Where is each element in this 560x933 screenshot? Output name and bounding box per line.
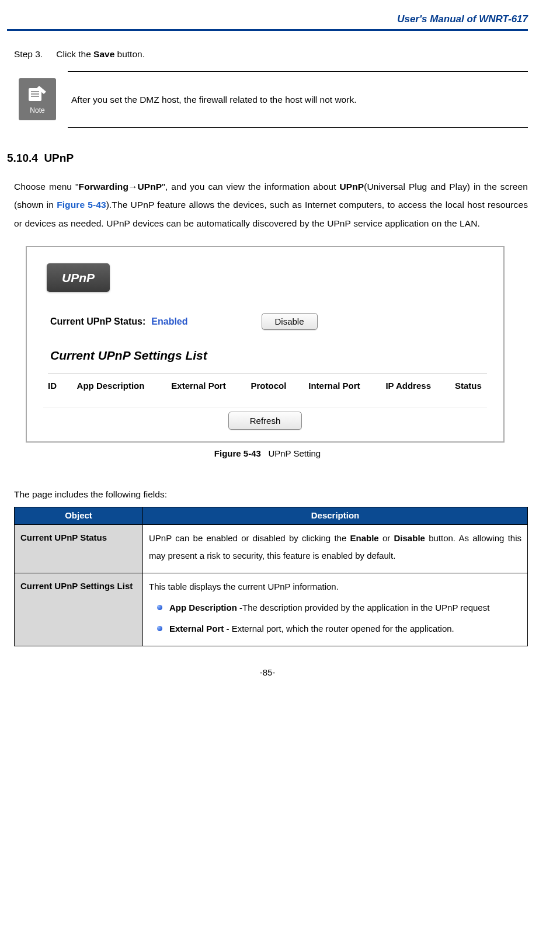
status-label: Current UPnP Status: [50, 315, 145, 329]
fields-intro-text: The page includes the following fields: [7, 488, 528, 501]
panel-title: UPnP [47, 263, 110, 293]
th-description: Description [143, 507, 528, 525]
step-text-a: Click the [56, 49, 93, 59]
step-number: Step 3. [14, 47, 54, 61]
screenshot-footer: Refresh [43, 408, 487, 430]
desc-cell: UPnP can be enabled or disabled by click… [143, 524, 528, 573]
table-row: Current UPnP Settings List This table di… [15, 573, 528, 646]
desc-cell: This table displays the current UPnP inf… [143, 573, 528, 646]
fields-table: Object Description Current UPnP Status U… [14, 507, 528, 646]
col-id: ID [48, 380, 63, 393]
col-external-port: External Port [171, 380, 236, 393]
section-heading: 5.10.4 UPnP [7, 150, 528, 167]
section-title: UPnP [44, 152, 74, 164]
list-item: App Description -The description provide… [149, 599, 521, 617]
pencil-paper-icon [26, 83, 48, 103]
disable-button[interactable]: Disable [262, 313, 318, 330]
th-object: Object [15, 507, 143, 525]
section-number: 5.10.4 [7, 152, 38, 164]
note-text: After you set the DMZ host, the firewall… [68, 71, 528, 128]
col-status: Status [455, 380, 487, 393]
refresh-button[interactable]: Refresh [228, 412, 302, 430]
settings-table-header: ID App Description External Port Protoco… [48, 373, 487, 393]
table-row: Current UPnP Status UPnP can be enabled … [15, 524, 528, 573]
obj-cell: Current UPnP Status [15, 524, 143, 573]
bullet-icon [157, 626, 162, 631]
status-value: Enabled [151, 315, 187, 329]
col-ip-address: IP Address [385, 380, 440, 393]
page-number: -85- [7, 666, 528, 680]
settings-list-title: Current UPnP Settings List [50, 346, 487, 365]
col-app-description: App Description [77, 380, 158, 393]
status-row: Current UPnP Status: Enabled Disable [50, 313, 487, 330]
step-instruction: Step 3. Click the Save button. [7, 47, 528, 61]
intro-paragraph: Choose menu "Forwarding→UPnP", and you c… [7, 177, 528, 233]
step-text-bold: Save [93, 49, 114, 59]
bullet-icon [157, 605, 162, 610]
col-internal-port: Internal Port [308, 380, 371, 393]
note-callout: Note After you set the DMZ host, the fir… [19, 71, 528, 128]
figure-link[interactable]: Figure 5-43 [57, 200, 106, 210]
step-text-b: button. [114, 49, 145, 59]
figure-caption: Figure 5-43 UPnP Setting [7, 447, 528, 461]
list-item: External Port - External port, which the… [149, 620, 521, 638]
col-protocol: Protocol [251, 380, 294, 393]
page-header: User's Manual of WNRT-617 [7, 12, 528, 31]
upnp-screenshot: UPnP Current UPnP Status: Enabled Disabl… [26, 246, 505, 443]
note-icon: Note [19, 78, 56, 120]
note-icon-label: Note [30, 105, 44, 116]
obj-cell: Current UPnP Settings List [15, 573, 143, 646]
